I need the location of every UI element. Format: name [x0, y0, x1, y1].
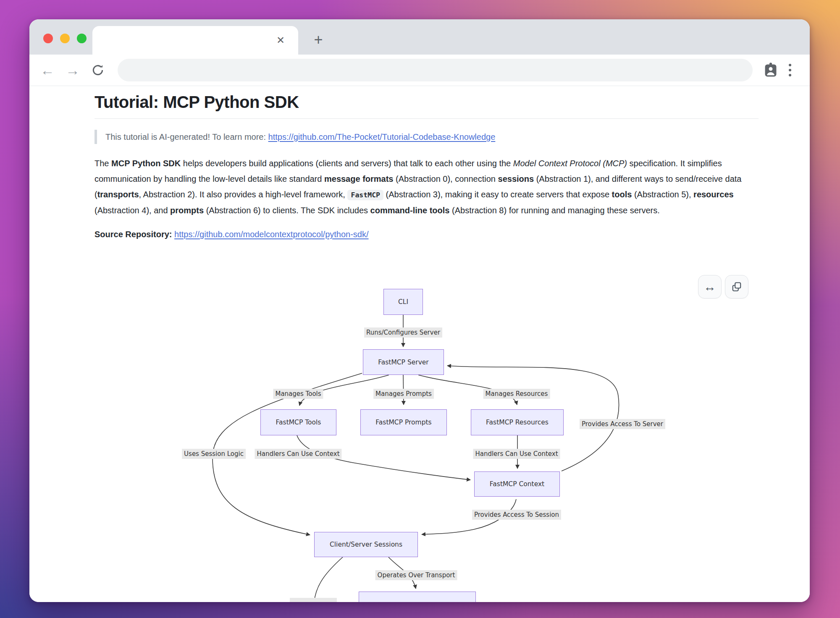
edge-label-provides-access-to-server: Provides Access To Server	[580, 419, 665, 429]
browser-window: ✕ + ← →	[29, 19, 810, 602]
new-tab-button[interactable]: +	[310, 32, 327, 49]
node-client-server-sessions: Client/Server Sessions	[314, 532, 418, 557]
traffic-lights	[43, 34, 87, 43]
edge-label-provides-access-to-session: Provides Access To Session	[472, 510, 561, 520]
edge-label-manages-prompts: Manages Prompts	[373, 389, 434, 399]
node-fastmcp-server: FastMCP Server	[363, 349, 444, 375]
node-transport-cutoff	[359, 592, 476, 602]
copy-icon	[731, 281, 742, 292]
tab-strip: ✕ +	[29, 19, 810, 55]
browser-menu-button[interactable]	[780, 59, 800, 81]
node-fastmcp-context: FastMCP Context	[474, 471, 560, 497]
back-icon: ←	[40, 63, 55, 77]
tab-close-icon[interactable]: ✕	[275, 34, 286, 46]
reload-button[interactable]	[88, 60, 108, 80]
callout-text: This tutorial is AI-generated! To learn …	[105, 132, 268, 141]
address-bar[interactable]	[118, 59, 753, 81]
minimize-window-button[interactable]	[60, 34, 70, 43]
source-repository-label: Source Repository:	[94, 230, 172, 239]
expand-icon: ↔	[704, 280, 716, 294]
node-fastmcp-resources: FastMCP Resources	[471, 409, 564, 435]
edge-label-manages-tools: Manages Tools	[273, 389, 323, 399]
forward-button[interactable]: →	[63, 60, 82, 80]
edge-label-runs-configures-server: Runs/Configures Server	[364, 327, 442, 338]
edge-label-manages-resources: Manages Resources	[483, 389, 550, 399]
edge-label-cutoff	[290, 598, 337, 602]
browser-toolbar: ← →	[29, 55, 810, 86]
ai-generated-callout: This tutorial is AI-generated! To learn …	[94, 130, 759, 144]
edge-label-uses-session-logic: Uses Session Logic	[182, 449, 246, 459]
page-title: Tutorial: MCP Python SDK	[94, 93, 759, 119]
reload-icon	[91, 63, 105, 77]
tutorial-codebase-link[interactable]: https://github.com/The-Pocket/Tutorial-C…	[268, 132, 496, 141]
edge-label-operates-over-transport: Operates Over Transport	[375, 570, 457, 580]
profile-button[interactable]	[761, 59, 780, 81]
profile-badge-icon	[764, 62, 778, 78]
browser-tab[interactable]: ✕	[92, 26, 298, 55]
node-fastmcp-tools: FastMCP Tools	[260, 409, 336, 435]
edge-label-handlers-can-use-context-right: Handlers Can Use Context	[473, 449, 560, 459]
forward-icon: →	[66, 63, 80, 77]
node-cli: CLI	[383, 289, 423, 315]
source-repository-link[interactable]: https://github.com/modelcontextprotocol/…	[174, 230, 368, 239]
diagram-copy-button[interactable]	[725, 275, 748, 299]
page-content: Tutorial: MCP Python SDK This tutorial i…	[29, 86, 810, 602]
diagram-expand-button[interactable]: ↔	[698, 275, 722, 299]
close-window-button[interactable]	[43, 34, 53, 43]
source-repository-line: Source Repository: https://github.com/mo…	[94, 230, 759, 239]
intro-paragraph: The MCP Python SDK helps developers buil…	[94, 156, 759, 218]
zoom-window-button[interactable]	[77, 34, 87, 43]
back-button[interactable]: ←	[38, 60, 57, 80]
kebab-menu-icon	[789, 64, 791, 76]
node-fastmcp-prompts: FastMCP Prompts	[360, 409, 447, 435]
edge-label-handlers-can-use-context-left: Handlers Can Use Context	[255, 449, 341, 459]
